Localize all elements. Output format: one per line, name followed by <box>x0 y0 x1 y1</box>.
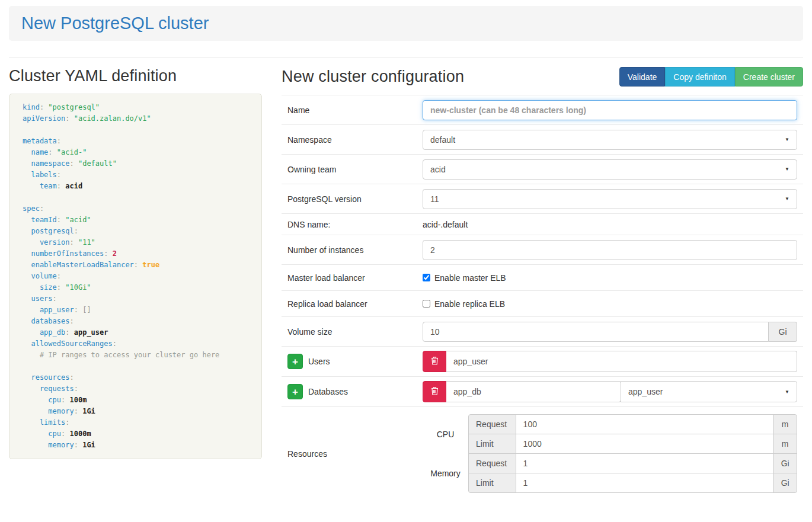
cpu-group-label: CPU <box>423 430 468 439</box>
delete-user-button[interactable] <box>423 351 446 372</box>
memory-limit-row: Limit Gi <box>468 473 797 493</box>
row-instances: Number of instances <box>282 235 803 264</box>
row-name: Name <box>282 95 803 124</box>
replica-elb-checkbox-text: Enable replica ELB <box>434 299 505 309</box>
cpu-request-addon: Request <box>468 414 516 434</box>
cpu-request-unit: m <box>773 414 797 434</box>
instances-input[interactable] <box>423 240 797 260</box>
yaml-code: kind: "postgresql"apiVersion: "acid.zala… <box>23 102 254 451</box>
yaml-panel-section: Cluster YAML definition kind: "postgresq… <box>9 67 262 459</box>
cpu-limit-row: Limit m <box>468 434 797 454</box>
page-header: New PostgreSQL cluster <box>9 6 803 41</box>
row-replica-lb: Replica load balancer Enable replica ELB <box>282 290 803 316</box>
row-volume-size: Volume size Gi <box>282 316 803 346</box>
yaml-definition-panel: kind: "postgresql"apiVersion: "acid.zala… <box>9 94 262 459</box>
memory-request-addon: Request <box>468 453 516 473</box>
pg-version-label: PostgreSQL version <box>287 194 423 204</box>
add-database-button[interactable]: + <box>287 384 303 399</box>
pg-version-select[interactable]: 11 ▼ <box>423 189 797 209</box>
owning-team-select-value: acid <box>430 165 446 174</box>
database-owner-select-value: app_user <box>628 387 663 396</box>
yaml-section-heading: Cluster YAML definition <box>9 67 262 85</box>
memory-limit-input[interactable] <box>516 473 774 493</box>
databases-label: Databases <box>308 387 348 396</box>
namespace-select[interactable]: default ▼ <box>423 130 797 150</box>
name-label: Name <box>287 105 423 115</box>
trash-icon <box>431 356 439 367</box>
chevron-down-icon: ▼ <box>785 196 789 201</box>
cpu-limit-addon: Limit <box>468 434 516 454</box>
resources-table: CPU Request m Limit m <box>423 414 797 493</box>
cpu-limit-unit: m <box>773 434 797 454</box>
chevron-down-icon: ▼ <box>785 166 789 172</box>
owning-team-label: Owning team <box>287 165 423 174</box>
database-name-input[interactable] <box>446 381 621 402</box>
cpu-request-row: Request m <box>468 414 797 434</box>
instances-label: Number of instances <box>287 245 423 255</box>
namespace-select-value: default <box>430 135 455 145</box>
row-resources: Resources CPU Request m <box>282 406 803 500</box>
dns-name-label: DNS name: <box>287 220 423 229</box>
row-databases: + Databases <box>282 376 803 406</box>
memory-limit-addon: Limit <box>468 473 516 493</box>
memory-request-unit: Gi <box>773 453 797 473</box>
volume-size-unit: Gi <box>769 322 797 342</box>
master-elb-checkbox-text: Enable master ELB <box>434 273 506 283</box>
memory-group-label: Memory <box>423 469 468 478</box>
master-lb-label: Master load balancer <box>287 273 423 283</box>
cpu-group: CPU Request m Limit m <box>423 414 797 454</box>
row-pg-version: PostgreSQL version 11 ▼ <box>282 184 803 213</box>
owning-team-select[interactable]: acid ▼ <box>423 159 797 180</box>
database-row: app_user ▼ <box>423 381 797 402</box>
page-title: New PostgreSQL cluster <box>21 14 791 33</box>
row-dns-name: DNS name: acid-.default <box>282 213 803 235</box>
master-elb-checkbox-wrap[interactable]: Enable master ELB <box>423 273 506 283</box>
row-master-lb: Master load balancer Enable master ELB <box>282 264 803 290</box>
namespace-label: Namespace <box>287 135 423 145</box>
action-button-group: Validate Copy definiton Create cluster <box>619 67 803 87</box>
user-row <box>423 351 797 372</box>
copy-definition-button[interactable]: Copy definiton <box>665 67 735 87</box>
row-namespace: Namespace default ▼ <box>282 124 803 154</box>
master-elb-checkbox[interactable] <box>423 274 430 281</box>
config-section-heading: New cluster configuration <box>282 68 464 86</box>
user-name-input[interactable] <box>446 351 797 372</box>
chevron-down-icon: ▼ <box>785 137 789 142</box>
cpu-request-input[interactable] <box>516 414 774 434</box>
cluster-config-section: New cluster configuration Validate Copy … <box>282 67 803 500</box>
delete-database-button[interactable] <box>423 381 446 402</box>
volume-size-input[interactable] <box>423 322 769 342</box>
dns-name-value: acid-.default <box>423 220 468 229</box>
memory-limit-unit: Gi <box>773 473 797 493</box>
pg-version-select-value: 11 <box>430 194 439 204</box>
trash-icon <box>431 386 439 397</box>
page: New PostgreSQL cluster Cluster YAML defi… <box>0 6 812 500</box>
name-input[interactable] <box>423 100 797 120</box>
chevron-down-icon: ▼ <box>785 389 789 395</box>
memory-request-row: Request Gi <box>468 453 797 473</box>
validate-button[interactable]: Validate <box>619 67 666 87</box>
memory-request-input[interactable] <box>516 453 774 473</box>
volume-size-label: Volume size <box>287 327 423 337</box>
replica-elb-checkbox-wrap[interactable]: Enable replica ELB <box>423 299 505 309</box>
create-cluster-button[interactable]: Create cluster <box>735 67 803 87</box>
replica-lb-label: Replica load balancer <box>287 299 423 309</box>
cpu-limit-input[interactable] <box>516 434 774 454</box>
users-label: Users <box>308 357 330 366</box>
memory-group: Memory Request Gi Limit <box>423 453 797 493</box>
replica-elb-checkbox[interactable] <box>423 300 430 308</box>
row-owning-team: Owning team acid ▼ <box>282 154 803 184</box>
resources-label: Resources <box>287 449 423 459</box>
row-users: + Users <box>282 346 803 376</box>
database-owner-select[interactable]: app_user ▼ <box>621 381 797 402</box>
add-user-button[interactable]: + <box>287 354 303 369</box>
